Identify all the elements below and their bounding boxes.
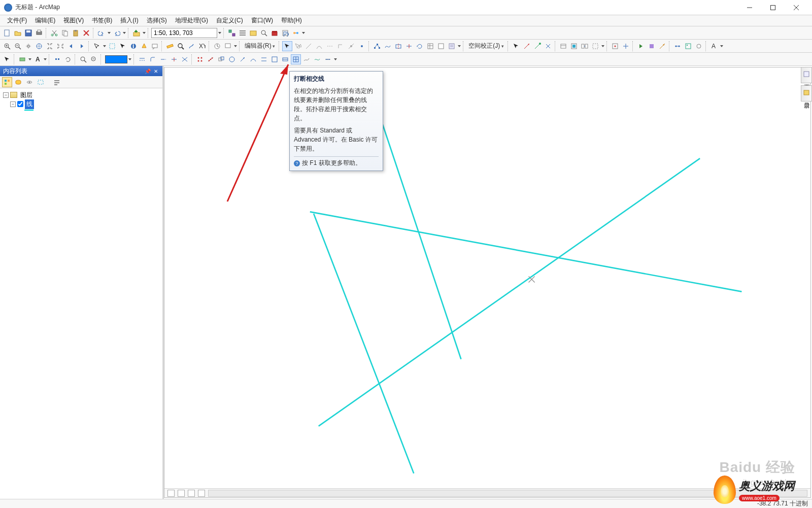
edit-vertices-icon[interactable] <box>372 41 382 51</box>
tree-collapse-icon[interactable]: − <box>10 101 16 107</box>
menu-selection[interactable]: 选择(S) <box>143 15 171 26</box>
data-view-button[interactable] <box>167 490 175 497</box>
edit-tool-icon[interactable] <box>282 41 292 51</box>
zoom-out2-icon[interactable] <box>89 54 99 64</box>
go-next-icon[interactable] <box>636 41 646 51</box>
scale-dropdown[interactable] <box>218 28 222 38</box>
right-tab-catalog[interactable]: 目录 <box>801 85 812 101</box>
copy-icon[interactable] <box>60 28 70 38</box>
find-route-icon[interactable] <box>186 41 196 51</box>
scale-input[interactable] <box>151 28 217 38</box>
pan-icon[interactable] <box>23 41 33 51</box>
search-window-icon[interactable] <box>259 28 269 38</box>
rotate-icon[interactable] <box>415 41 425 51</box>
menu-window[interactable]: 窗口(W) <box>247 15 277 26</box>
straight-segment-icon[interactable] <box>303 41 314 51</box>
georef-tool2-icon[interactable] <box>621 41 631 51</box>
print-icon[interactable] <box>34 28 44 38</box>
identify-icon[interactable]: i <box>128 41 139 51</box>
html-popup-icon[interactable] <box>150 41 160 51</box>
adv-copy-features-icon[interactable] <box>216 54 226 64</box>
planarize-lines-icon[interactable] <box>291 54 301 64</box>
right-tab-create-features[interactable]: 创建要素 <box>801 67 812 83</box>
find-icon[interactable] <box>176 41 186 51</box>
time-slider-icon[interactable] <box>212 41 222 51</box>
toc-close-icon[interactable]: ✕ <box>152 67 159 75</box>
clear-selection-icon[interactable] <box>107 41 117 51</box>
next-extent-icon[interactable] <box>77 41 87 51</box>
trace-icon[interactable] <box>325 41 335 51</box>
maximize-button[interactable] <box>761 0 785 15</box>
georef-tool3-icon[interactable] <box>647 41 657 51</box>
rotate2-icon[interactable] <box>63 54 73 64</box>
delete-icon[interactable] <box>81 28 91 38</box>
edit-vertices2-icon[interactable] <box>52 54 62 64</box>
arctoolbox-icon[interactable] <box>269 28 280 38</box>
prev-extent-icon[interactable] <box>66 41 76 51</box>
attributes-icon[interactable] <box>425 41 435 51</box>
adv-extend-icon[interactable] <box>158 54 168 64</box>
georef-tool7-icon[interactable] <box>694 41 704 51</box>
adv-construct-points-icon[interactable] <box>206 54 216 64</box>
georef-overflow[interactable] <box>720 41 724 51</box>
standard-overflow[interactable] <box>301 28 306 38</box>
fill-color-swatch[interactable] <box>105 55 127 63</box>
menu-geoprocessing[interactable]: 地理处理(G) <box>171 15 212 26</box>
model-builder-icon[interactable] <box>291 28 301 38</box>
fixed-zoom-out-icon[interactable] <box>55 41 65 51</box>
adv-densify-icon[interactable] <box>323 54 333 64</box>
draw-shape-dropdown[interactable] <box>28 54 32 64</box>
right-angle-icon[interactable] <box>335 41 346 51</box>
measure-icon[interactable] <box>165 41 175 51</box>
georef-tool5-icon[interactable] <box>672 41 683 51</box>
fixed-zoom-in-icon[interactable] <box>45 41 55 51</box>
menu-edit[interactable]: 编辑(E) <box>31 15 59 26</box>
arc-segment-icon[interactable] <box>314 41 324 51</box>
toc-list-by-drawing-icon[interactable] <box>2 77 12 87</box>
zoom-out-icon[interactable] <box>13 41 23 51</box>
toc-icon[interactable] <box>238 28 248 38</box>
draw-select-icon[interactable] <box>2 54 12 64</box>
sketch-properties-icon[interactable] <box>436 41 446 51</box>
adv-align-edge-icon[interactable] <box>259 54 269 64</box>
editor-toolbar-icon[interactable] <box>227 28 237 38</box>
toc-options-icon[interactable] <box>52 77 62 87</box>
undo-dropdown[interactable] <box>107 28 111 38</box>
sa-view-link-table-icon[interactable] <box>558 41 568 51</box>
new-icon[interactable] <box>2 28 12 38</box>
toc-list-by-source-icon[interactable] <box>13 77 23 87</box>
menu-insert[interactable]: 插入(I) <box>116 15 142 26</box>
spatial-adjustment-menu[interactable]: 空间校正(J) <box>466 42 506 50</box>
adv-line-intersection-icon[interactable] <box>180 54 190 64</box>
tree-layer0-row[interactable]: − 线 <box>3 99 159 109</box>
midpoint-icon[interactable] <box>346 41 356 51</box>
georef-tool1-icon[interactable] <box>610 41 620 51</box>
hyperlink-icon[interactable] <box>139 41 149 51</box>
sa-overflow[interactable] <box>601 41 605 51</box>
create-features-icon[interactable] <box>447 41 457 51</box>
fill-color-dropdown[interactable] <box>128 54 132 64</box>
add-data-dropdown[interactable] <box>142 28 146 38</box>
tools-overflow[interactable] <box>233 41 238 51</box>
cut-icon[interactable] <box>49 28 59 38</box>
undo-icon[interactable] <box>96 28 107 38</box>
adv-smooth-icon[interactable] <box>312 54 322 64</box>
editor-menu[interactable]: 编辑器(R) <box>243 42 277 50</box>
map-canvas[interactable]: Baidu 经验 jingyan.baidu <box>164 67 811 498</box>
sa-identity-link-icon[interactable] <box>532 41 543 51</box>
layer-visibility-checkbox[interactable] <box>17 101 23 107</box>
tree-collapse-icon[interactable]: − <box>3 92 9 98</box>
adv-replace-sketch-icon[interactable] <box>280 54 290 64</box>
redo-dropdown[interactable] <box>122 28 126 38</box>
draw-rectangle-icon[interactable] <box>17 54 27 64</box>
menu-customize[interactable]: 自定义(C) <box>212 15 247 26</box>
georef-tool4-icon[interactable] <box>657 41 667 51</box>
python-icon[interactable]: py <box>280 28 290 38</box>
layout-view-button[interactable] <box>178 490 185 497</box>
goto-xy-icon[interactable]: XY <box>197 41 207 51</box>
georef-tool6-icon[interactable] <box>683 41 693 51</box>
open-icon[interactable] <box>13 28 23 38</box>
minimize-button[interactable] <box>738 0 761 15</box>
draw-text-icon[interactable]: A <box>32 54 43 64</box>
adv-fillet-icon[interactable] <box>148 54 158 64</box>
